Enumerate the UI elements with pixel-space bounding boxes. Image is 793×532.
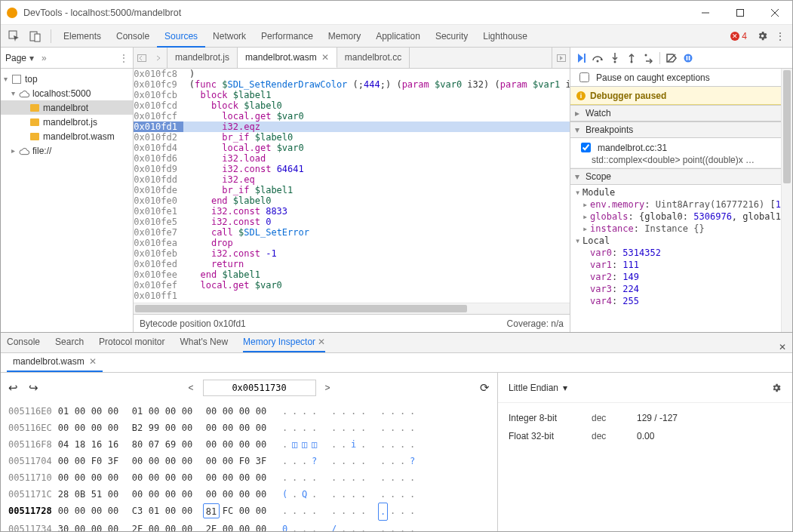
tree-item-mandelbrot[interactable]: mandelbrot <box>1 100 133 115</box>
scope-instance[interactable]: ▸instance: Instance {} <box>570 223 792 235</box>
code-line[interactable]: 0x010ff1 <box>134 291 570 301</box>
hex-viewer[interactable]: 005116E0010000000100000000000000.... ...… <box>1 403 497 531</box>
value-settings-button[interactable] <box>771 383 782 393</box>
scope-section-header[interactable]: ▾Scope <box>570 168 792 185</box>
history-fwd-button[interactable] <box>150 48 167 68</box>
drawer-tab-protocol-monitor[interactable]: Protocol monitor <box>99 332 164 352</box>
error-badge[interactable]: ✕ 4 <box>730 31 747 42</box>
code-line[interactable]: 0x010fdd i32.eq <box>134 174 570 185</box>
main-tab-sources[interactable]: Sources <box>157 25 205 48</box>
code-line[interactable]: 0x010fcd block $label0 <box>134 100 570 111</box>
step-button[interactable] <box>640 49 656 67</box>
hex-row[interactable]: 00511734300000002F0000002E0000000... /..… <box>8 521 490 531</box>
code-line[interactable]: 0x010fee end $label1 <box>134 269 570 280</box>
hex-row[interactable]: 005116EC00000000B299000000000000.... ...… <box>8 420 490 436</box>
redo-button[interactable]: ↪ <box>29 381 38 395</box>
prev-page-button[interactable]: < <box>188 383 193 393</box>
inspect-element-button[interactable] <box>4 26 25 46</box>
deactivate-breakpoints-button[interactable] <box>663 49 680 67</box>
minimize-button[interactable] <box>688 1 723 25</box>
step-over-button[interactable] <box>590 49 607 67</box>
step-into-button[interactable] <box>607 49 623 67</box>
tree-host[interactable]: ▾localhost:5000 <box>1 86 133 100</box>
scope-local[interactable]: ▾Local <box>570 235 792 247</box>
drawer-tab-memory-inspector[interactable]: Memory Inspector ✕ <box>243 332 325 352</box>
drawer-close-button[interactable]: ✕ <box>779 342 786 352</box>
code-line[interactable]: 0x010fe5 i32.const 0 <box>134 217 570 227</box>
code-line[interactable]: 0x010fd2 br_if $label0 <box>134 132 570 143</box>
pause-on-caught-checkbox[interactable] <box>579 72 589 82</box>
tree-file-scheme[interactable]: ▸file:// <box>1 143 133 158</box>
breakpoint-item[interactable]: mandelbrot.cc:31 std::complex<double> po… <box>570 138 792 168</box>
drawer-tab-what's-new[interactable]: What's New <box>180 332 228 352</box>
drawer-tab-console[interactable]: Console <box>7 332 40 352</box>
code-line[interactable]: 0x010fcf local.get $var0 <box>134 111 570 121</box>
scope-variable[interactable]: var0: 5314352 <box>570 247 792 259</box>
close-icon[interactable]: ✕ <box>89 352 97 371</box>
sidebar-scrollbar[interactable] <box>781 69 792 332</box>
hex-row[interactable]: 00511710000000000000000000000000.... ...… <box>8 469 490 486</box>
main-tab-console[interactable]: Console <box>109 25 157 48</box>
step-out-button[interactable] <box>623 49 640 67</box>
navigator-menu-button[interactable]: ⋮ <box>119 53 128 63</box>
main-tab-memory[interactable]: Memory <box>321 25 368 48</box>
code-line[interactable]: 0x010fde br_if $label1 <box>134 185 570 195</box>
code-viewer[interactable]: 0x010fc8)0x010fc9(func $SDL_SetRenderDra… <box>134 69 570 303</box>
code-line[interactable]: 0x010fd9 i32.const 64641 <box>134 164 570 174</box>
watch-section-header[interactable]: ▸Watch <box>570 105 792 121</box>
undo-button[interactable]: ↩ <box>8 381 18 395</box>
file-tab[interactable]: mandelbrot.cc <box>337 48 410 68</box>
hex-row[interactable]: 005116E0010000000100000000000000.... ...… <box>8 403 490 420</box>
main-tab-security[interactable]: Security <box>428 25 475 48</box>
maximize-button[interactable] <box>723 1 758 25</box>
main-tab-lighthouse[interactable]: Lighthouse <box>475 25 535 48</box>
main-tab-performance[interactable]: Performance <box>254 25 321 48</box>
code-line[interactable]: 0x010fd4 local.get $var0 <box>134 143 570 153</box>
main-tab-application[interactable]: Application <box>368 25 428 48</box>
close-icon[interactable]: ✕ <box>318 337 325 347</box>
next-page-button[interactable]: > <box>325 383 330 393</box>
scope-module[interactable]: ▾Module <box>570 186 792 198</box>
value-mode[interactable]: dec <box>592 413 637 423</box>
tree-item-mandelbrot-wasm[interactable]: mandelbrot.wasm <box>1 129 133 143</box>
file-tab[interactable]: mandelbrot.wasm✕ <box>238 48 337 68</box>
code-line[interactable]: 0x010fcb block $label1 <box>134 90 570 100</box>
scope-variable[interactable]: var1: 111 <box>570 259 792 271</box>
more-tabs-icon[interactable]: » <box>41 53 47 63</box>
tree-top-frame[interactable]: ▾top <box>1 72 133 86</box>
scope-variable[interactable]: var4: 255 <box>570 295 792 307</box>
code-line[interactable]: 0x010fe7 call $SDL_SetError <box>134 227 570 238</box>
hex-row[interactable]: 005117040000F03F000000000000F03F...? ...… <box>8 453 490 469</box>
more-menu-button[interactable]: ⋮ <box>771 26 789 46</box>
resume-button[interactable] <box>573 49 590 67</box>
memory-inspector-tab[interactable]: mandelbrot.wasm ✕ <box>7 353 103 372</box>
endian-select[interactable]: Little Endian▾ <box>509 383 567 393</box>
settings-button[interactable] <box>753 26 771 46</box>
tree-item-mandelbrot-js[interactable]: mandelbrot.js <box>1 115 133 129</box>
hex-row[interactable]: 0051172800000000C301000081FC0000.... ...… <box>8 503 490 521</box>
scope-globals[interactable]: ▸globals: {global0: 5306976, global1: 65… <box>570 211 792 223</box>
pause-exceptions-button[interactable] <box>680 49 696 67</box>
history-back-button[interactable] <box>134 48 150 68</box>
memory-address-input[interactable] <box>203 380 316 396</box>
hex-row[interactable]: 005116F8041816168007690000000000.◫◫◫ ..i… <box>8 436 490 453</box>
editor-h-scrollbar[interactable] <box>134 303 570 314</box>
value-mode[interactable]: dec <box>592 431 637 441</box>
scope-variable[interactable]: var3: 224 <box>570 283 792 295</box>
code-line[interactable]: 0x010fef local.get $var0 <box>134 280 570 291</box>
code-line[interactable]: 0x010fc9(func $SDL_SetRenderDrawColor (;… <box>134 79 570 90</box>
run-snippet-button[interactable] <box>552 48 570 68</box>
refresh-button[interactable]: ⟳ <box>480 381 490 395</box>
code-line[interactable]: 0x010feb i32.const -1 <box>134 248 570 259</box>
scope-variable[interactable]: var2: 149 <box>570 271 792 283</box>
close-button[interactable] <box>758 1 792 25</box>
code-line[interactable]: 0x010fe0 end $label0 <box>134 195 570 206</box>
code-line[interactable]: 0x010fd6 i32.load <box>134 153 570 164</box>
main-tab-network[interactable]: Network <box>205 25 254 48</box>
navigator-dropdown[interactable]: Page <box>5 53 26 63</box>
pause-on-caught-row[interactable]: Pause on caught exceptions <box>570 69 792 87</box>
scope-env-memory[interactable]: ▸env.memory: Uint8Array(16777216) [101, … <box>570 198 792 211</box>
hex-row[interactable]: 0051171C280B51000000000000000000(.Q. ...… <box>8 486 490 503</box>
code-line[interactable]: 0x010fd1 i32.eqz <box>134 121 570 132</box>
breakpoint-checkbox[interactable] <box>581 143 591 152</box>
